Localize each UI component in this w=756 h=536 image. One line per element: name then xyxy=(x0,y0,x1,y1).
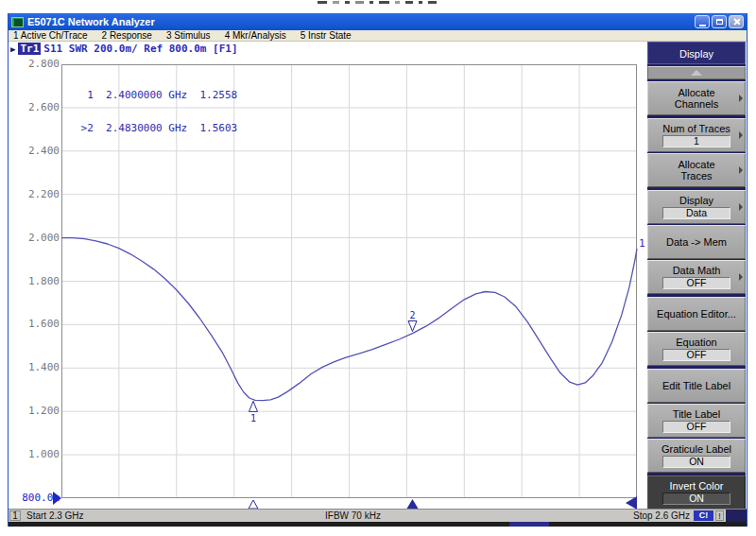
trace-settings-text: S11 SWR 200.0m/ Ref 800.0m [F1] xyxy=(43,43,237,55)
softkey-scroll-up-button[interactable] xyxy=(647,66,746,79)
softkey-allocate-traces[interactable]: Allocate Traces xyxy=(647,153,746,187)
sidebar-corner xyxy=(726,510,747,523)
menu-item-4-mkr-analysis[interactable]: 4 Mkr/Analysis xyxy=(225,30,286,42)
submenu-arrow-icon xyxy=(739,166,743,174)
softkey-value: 1 xyxy=(662,135,730,147)
marker-2-stimulus-icon[interactable] xyxy=(406,499,418,509)
softkey-list: Allocate ChannelsNum of Traces1Allocate … xyxy=(647,81,746,509)
softkey-value: Data xyxy=(662,207,730,219)
minimize-icon xyxy=(699,25,706,26)
y-tick-1-400: 1.400 xyxy=(10,362,60,373)
softkey-data-math[interactable]: Data MathOFF xyxy=(647,260,746,294)
start-frequency-label: Start 2.3 GHz xyxy=(26,510,84,522)
softkey-display[interactable]: DisplayData xyxy=(647,190,746,224)
menu-item-3-stimulus[interactable]: 3 Stimulus xyxy=(166,30,211,42)
status-bar: 1 Start 2.3 GHz IFBW 70 kHz Stop 2.6 GHz… xyxy=(9,509,747,522)
softkey-group: Equation Editor...EquationOFF xyxy=(647,297,746,366)
submenu-arrow-icon xyxy=(739,273,743,281)
y-tick-1-800: 1.800 xyxy=(10,276,60,287)
y-tick-1-200: 1.200 xyxy=(10,406,60,417)
softkey-edit-title-label[interactable]: Edit Title Label xyxy=(647,369,746,403)
softkey-invert-color[interactable]: Invert ColorON xyxy=(647,475,746,509)
softkey-equation[interactable]: EquationOFF xyxy=(647,332,746,366)
softkey-value: ON xyxy=(662,493,730,505)
app-window: E5071C Network Analyzer 1 Active Ch/Trac… xyxy=(8,13,747,527)
softkey-label: Num of Traces xyxy=(662,123,730,134)
marker-readout-line-2: >2 2.4830000 GHz 1.5603 xyxy=(75,123,237,134)
marker-1-number: 1 xyxy=(250,413,256,424)
softkey-group: Num of Traces1Allocate Traces xyxy=(647,118,746,187)
softkey-label: Allocate Traces xyxy=(678,159,714,182)
submenu-arrow-icon xyxy=(739,95,743,102)
y-tick-2-800: 2.800 xyxy=(10,59,60,70)
menu-item-5-instr-state[interactable]: 5 Instr State xyxy=(301,30,352,42)
softkey-label: Display xyxy=(679,195,713,206)
softkey-label: Data Math xyxy=(673,265,721,276)
softkey-value: ON xyxy=(662,456,730,468)
menu-item-2-response[interactable]: 2 Response xyxy=(102,30,152,42)
cropped-text-fragment xyxy=(318,1,442,5)
softkey-label: Invert Color xyxy=(670,480,724,492)
softkey-label: Allocate Channels xyxy=(675,87,718,110)
softkey-label: Data -> Mem xyxy=(666,236,727,248)
status-flag: ! xyxy=(715,510,724,521)
softkey-value: OFF xyxy=(662,349,730,361)
softkey-graticule-label[interactable]: Graticule LabelON xyxy=(647,439,746,473)
sweep-end-indicator-icon xyxy=(626,496,637,510)
trace-status-line: ▶ Tr1 S11 SWR 200.0m/ Ref 800.0m [F1] xyxy=(10,43,238,55)
stop-frequency-label: Stop 2.6 GHz xyxy=(633,510,690,522)
softkey-label: Title Label xyxy=(673,408,720,420)
softkey-data-mem[interactable]: Data -> Mem xyxy=(647,225,746,259)
softkey-title-label[interactable]: Title LabelOFF xyxy=(647,404,746,438)
menu-item-1-active-ch-trace[interactable]: 1 Active Ch/Trace xyxy=(13,30,88,42)
softkey-group: Invert ColorON xyxy=(647,475,746,509)
restore-icon xyxy=(716,19,723,25)
bottom-strip-segment xyxy=(509,522,549,527)
softkey-value: OFF xyxy=(662,421,730,433)
marker-readout-line-1: 1 2.4000000 GHz 1.2558 xyxy=(75,90,237,101)
softkey-value: OFF xyxy=(662,277,730,289)
submenu-arrow-icon xyxy=(739,203,743,211)
softkey-group: DisplayDataData -> MemData MathOFF xyxy=(647,190,746,294)
softkey-label: Equation xyxy=(676,337,716,348)
minimize-button[interactable] xyxy=(695,15,710,28)
y-tick-2-600: 2.600 xyxy=(10,102,60,113)
submenu-arrow-icon xyxy=(739,131,743,139)
screen: E5071C Network Analyzer 1 Active Ch/Trac… xyxy=(0,0,756,536)
window-title: E5071C Network Analyzer xyxy=(27,13,155,30)
y-tick-2-400: 2.400 xyxy=(10,146,60,157)
menu-bar: 1 Active Ch/Trace2 Response3 Stimulus4 M… xyxy=(9,30,747,42)
close-button[interactable] xyxy=(729,15,744,28)
softkey-allocate-channels[interactable]: Allocate Channels xyxy=(647,81,746,115)
trace-label[interactable]: Tr1 xyxy=(18,43,41,55)
triangle-up-icon xyxy=(691,70,702,76)
app-icon xyxy=(11,17,24,27)
softkey-menu-title: Display xyxy=(647,42,746,64)
trace-number-label: 1 xyxy=(639,237,645,250)
cal-status-badge: C! xyxy=(694,510,713,521)
softkey-label: Graticule Label xyxy=(662,443,731,455)
y-tick-1-000: 1.000 xyxy=(10,449,60,460)
y-tick-2-000: 2.000 xyxy=(10,233,60,244)
y-tick-1-600: 1.600 xyxy=(10,319,60,330)
main-content: ▶ Tr1 S11 SWR 200.0m/ Ref 800.0m [F1] 2.… xyxy=(9,42,747,509)
ifbw-label: IFBW 70 kHz xyxy=(325,510,381,522)
softkey-sidebar: Display Allocate ChannelsNum of Traces1A… xyxy=(647,42,746,509)
window-controls xyxy=(695,15,744,28)
marker-2-number: 2 xyxy=(409,310,415,320)
marker-readout: 1 2.4000000 GHz 1.2558 >2 2.4830000 GHz … xyxy=(75,68,237,155)
y-tick-2-200: 2.200 xyxy=(10,189,60,200)
softkey-label: Equation Editor... xyxy=(657,308,736,320)
close-icon xyxy=(732,18,740,26)
active-trace-pointer-icon: ▶ xyxy=(10,44,15,54)
restore-button[interactable] xyxy=(712,15,727,28)
softkey-group: Allocate Channels xyxy=(647,81,746,115)
y-tick-800-0m: 800.0m xyxy=(10,493,60,504)
channel-indicator: 1 xyxy=(9,510,21,521)
softkey-equation-editor[interactable]: Equation Editor... xyxy=(647,297,746,331)
title-bar[interactable]: E5071C Network Analyzer xyxy=(9,13,747,30)
softkey-num-of-traces[interactable]: Num of Traces1 xyxy=(647,118,746,152)
bottom-strip xyxy=(9,522,747,527)
softkey-label: Edit Title Label xyxy=(662,380,730,391)
marker-1-stimulus-icon[interactable] xyxy=(249,500,258,509)
